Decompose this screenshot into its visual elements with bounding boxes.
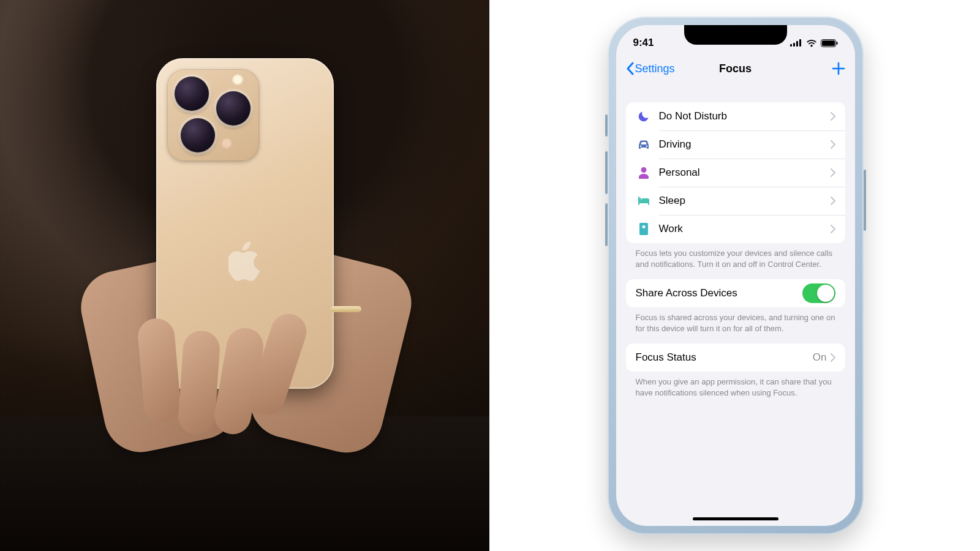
product-photo (0, 0, 491, 551)
focus-modes-footer: Focus lets you customize your devices an… (626, 243, 845, 269)
person-icon (636, 167, 652, 179)
cellular-icon (790, 39, 802, 47)
svg-rect-6 (836, 42, 837, 45)
svg-rect-1 (793, 43, 795, 47)
camera-lens-icon (175, 77, 209, 111)
mute-switch (605, 114, 608, 137)
chevron-right-icon (831, 140, 835, 149)
camera-lens-icon (216, 91, 251, 126)
wifi-icon (806, 39, 817, 47)
camera-module (167, 69, 259, 161)
toggle-knob (817, 285, 834, 302)
nav-bar: Settings Focus (616, 54, 855, 83)
bed-icon (636, 196, 652, 206)
focus-mode-row[interactable]: Driving (626, 130, 845, 159)
content-scroll[interactable]: Do Not DisturbDrivingPersonalSleepWork F… (616, 92, 855, 526)
focus-status-label: Focus Status (636, 351, 813, 364)
chevron-right-icon (831, 168, 835, 177)
back-button[interactable]: Settings (626, 62, 675, 75)
focus-status-row[interactable]: Focus Status On (626, 343, 845, 372)
svg-rect-5 (822, 40, 835, 46)
status-time: 9:41 (633, 37, 654, 49)
svg-rect-2 (796, 41, 798, 47)
back-label: Settings (635, 62, 675, 75)
lidar-icon (221, 138, 232, 149)
chevron-right-icon (831, 353, 835, 362)
add-focus-button[interactable] (832, 62, 845, 75)
focus-modes-group: Do Not DisturbDrivingPersonalSleepWork (626, 102, 845, 243)
screen: 9:41 (616, 25, 855, 526)
svg-rect-3 (799, 39, 801, 47)
side-button (864, 170, 866, 231)
share-footer: Focus is shared across your devices, and… (626, 307, 845, 334)
focus-mode-label: Driving (659, 138, 831, 151)
share-label: Share Across Devices (636, 287, 737, 299)
focus-status-footer: When you give an app permission, it can … (626, 372, 845, 398)
focus-mode-row[interactable]: Personal (626, 159, 845, 187)
share-toggle[interactable] (802, 283, 835, 303)
phone-mock-panel: 9:41 (491, 0, 980, 551)
focus-mode-label: Work (659, 223, 831, 235)
focus-mode-label: Personal (659, 167, 831, 179)
focus-mode-label: Sleep (659, 195, 831, 207)
badge-icon (636, 223, 652, 235)
chevron-right-icon (831, 197, 835, 205)
camera-lens-icon (181, 118, 215, 152)
chevron-right-icon (831, 225, 835, 233)
svg-rect-0 (790, 44, 792, 47)
focus-mode-row[interactable]: Sleep (626, 187, 845, 215)
ring-shape (331, 306, 361, 312)
chevron-left-icon (626, 62, 634, 75)
focus-mode-row[interactable]: Do Not Disturb (626, 102, 845, 130)
share-across-devices-row: Share Across Devices (626, 279, 845, 307)
iphone-frame: 9:41 (608, 17, 864, 534)
volume-up-button (605, 151, 608, 194)
shirt-shape (0, 416, 489, 551)
notch (684, 25, 787, 45)
flash-icon (232, 74, 243, 85)
focus-status-value: On (813, 351, 827, 364)
home-indicator[interactable] (693, 517, 778, 520)
car-icon (636, 140, 652, 149)
apple-logo-icon (228, 242, 262, 281)
share-group: Share Across Devices (626, 279, 845, 307)
focus-mode-row[interactable]: Work (626, 215, 845, 243)
moon-icon (636, 110, 652, 122)
volume-down-button (605, 203, 608, 246)
focus-mode-label: Do Not Disturb (659, 110, 831, 122)
battery-icon (821, 39, 838, 47)
plus-icon (832, 62, 845, 75)
focus-status-group: Focus Status On (626, 343, 845, 372)
chevron-right-icon (831, 112, 835, 121)
